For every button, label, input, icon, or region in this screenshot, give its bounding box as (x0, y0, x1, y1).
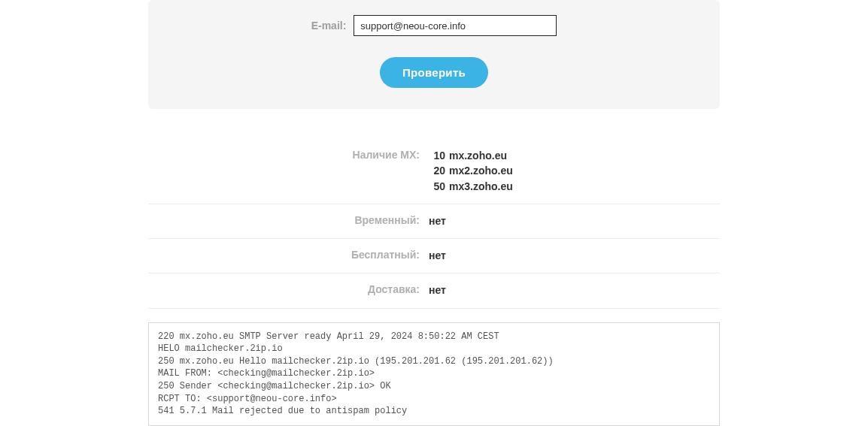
email-label: E-mail: (311, 20, 347, 32)
mx-label: Наличие MX: (148, 148, 429, 161)
main-container: E-mail: Проверить Наличие MX: 10 mx.zoho… (148, 0, 720, 426)
mx-row: Наличие MX: 10 mx.zoho.eu 20 mx2.zoho.eu… (148, 130, 720, 204)
delivery-value: нет (429, 282, 446, 298)
mx-record: 20 mx2.zoho.eu (429, 163, 513, 178)
mx-record: 10 mx.zoho.eu (429, 148, 513, 163)
temporary-label: Временный: (148, 213, 429, 226)
check-form: E-mail: Проверить (148, 0, 720, 109)
check-button[interactable]: Проверить (380, 57, 488, 88)
smtp-log: 220 mx.zoho.eu SMTP Server ready April 2… (148, 322, 720, 426)
results-block: Наличие MX: 10 mx.zoho.eu 20 mx2.zoho.eu… (148, 130, 720, 309)
delivery-label: Доставка: (148, 282, 429, 295)
mx-record: 50 mx3.zoho.eu (429, 179, 513, 194)
delivery-row: Доставка: нет (148, 273, 720, 308)
email-input[interactable] (354, 15, 557, 36)
free-label: Бесплатный: (148, 248, 429, 261)
free-value: нет (429, 248, 446, 263)
mx-value: 10 mx.zoho.eu 20 mx2.zoho.eu 50 mx3.zoho… (429, 148, 513, 194)
temporary-value: нет (429, 213, 446, 228)
temporary-row: Временный: нет (148, 204, 720, 239)
submit-row: Проверить (171, 57, 697, 88)
free-row: Бесплатный: нет (148, 239, 720, 273)
email-row: E-mail: (171, 15, 697, 36)
